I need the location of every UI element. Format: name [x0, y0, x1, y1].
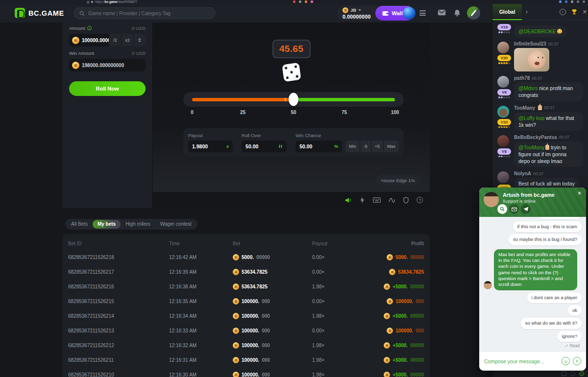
support-avatar-button[interactable] [467, 6, 480, 20]
support-attach-icon[interactable]: + [573, 357, 581, 365]
trends-icon[interactable] [388, 197, 395, 203]
tab-all-bets[interactable]: All Bets [66, 220, 93, 229]
user-avatar[interactable] [497, 42, 509, 53]
tab-my-bets[interactable]: My bets [93, 220, 121, 229]
search-input[interactable]: Game name | Provider | Category Tag [74, 7, 216, 19]
bet-id-cell: 68285367211526213 [68, 328, 169, 333]
chat-tab-global[interactable]: Global [492, 4, 522, 20]
support-search-icon[interactable] [497, 204, 507, 214]
username[interactable]: path7800:37 [514, 75, 583, 81]
user-mention[interactable]: @TooMany [518, 144, 544, 150]
support-telegram-icon[interactable] [521, 204, 531, 214]
extension-icon[interactable] [293, 0, 295, 3]
list-menu-icon[interactable] [419, 10, 426, 16]
chance-button-min[interactable]: Min [345, 141, 360, 152]
swap-icon[interactable] [278, 144, 283, 149]
turbo-icon[interactable] [359, 197, 366, 204]
sphere-avatar[interactable] [403, 7, 416, 20]
time-cell: 12:16:30 AM [169, 372, 233, 377]
win-chance-input[interactable]: 50.00 % [295, 141, 342, 152]
table-row[interactable]: 6828536721152621812:16:42 AMB5000.000000… [62, 250, 430, 264]
user-avatar[interactable] [497, 171, 509, 183]
extension-icon-2[interactable] [311, 0, 313, 3]
tab-wager-contest[interactable]: Wager contest [155, 220, 196, 229]
table-row[interactable]: 6828536721152621612:16:38 AMB53634.78251… [62, 279, 430, 294]
browser-menu-icon[interactable] [583, 0, 585, 3]
jb-coin-icon: B [233, 254, 239, 260]
chat-close-icon[interactable]: ✕ [583, 9, 587, 15]
tab-high-rollers[interactable]: High rollers [121, 220, 155, 229]
roll-now-button[interactable]: Roll Now [69, 81, 146, 96]
user-avatar[interactable] [497, 106, 509, 118]
brand-logo[interactable]: BC.GAME [15, 8, 64, 18]
browser-icon-1[interactable] [559, 0, 562, 3]
browser-icon-2[interactable] [565, 0, 567, 3]
chance-button-5[interactable]: -5 [360, 141, 371, 152]
roll-over-input[interactable]: 50.00 [242, 141, 287, 152]
user-bubble: ok [568, 305, 582, 316]
table-row[interactable]: 6828536721152621712:16:39 AMB53634.78250… [62, 264, 430, 279]
time-cell: 12:16:32 AM [169, 343, 233, 348]
chance-button-5[interactable]: +5 [371, 141, 383, 152]
mail-icon[interactable] [438, 9, 446, 16]
send-icon[interactable] [579, 371, 584, 376]
profit-amount-decimals: 00000 [410, 357, 424, 363]
read-receipt: ✓ Read [484, 343, 582, 348]
user-mention[interactable]: @Luffy kop [518, 115, 544, 121]
support-email-icon[interactable] [509, 204, 519, 214]
chat-rules-icon[interactable]: ! [560, 9, 566, 15]
bets-tab-bar: All BetsMy betsHigh rollersWager contest [65, 219, 197, 230]
double-bet-button[interactable]: x2 [121, 34, 133, 47]
browser-icon-3[interactable] [571, 0, 573, 3]
roll-slider[interactable] [183, 92, 404, 107]
hotkeys-icon[interactable] [373, 197, 381, 203]
help-icon[interactable]: ? [416, 197, 423, 203]
table-row[interactable]: 6828536721152621312:16:33 AMB100000.0000… [62, 323, 430, 338]
emoji-icon[interactable] [570, 371, 575, 376]
table-row[interactable]: 6828536721152621412:16:34 AMB100000.0001… [62, 308, 430, 323]
user-mention[interactable]: @DEADBROKE [518, 28, 556, 34]
balance-display[interactable]: B JB 0.00000000 [343, 7, 370, 20]
half-bet-button[interactable]: /2 [109, 34, 121, 47]
user-avatar[interactable] [497, 76, 509, 88]
chat-image-crying-baby[interactable] [514, 48, 549, 71]
slider-tick-label: 100 [391, 110, 399, 115]
fairness-icon[interactable] [403, 197, 409, 204]
browser-url-bar[interactable]: https://bc.game/dsal/5456877 [87, 0, 138, 4]
support-compose-input[interactable]: Compose your message... [484, 358, 559, 364]
chance-quick-buttons: Min-5+5Max [345, 141, 399, 152]
payout-input[interactable]: 1.9800 x [188, 141, 233, 152]
chance-button-max[interactable]: Max [384, 141, 399, 152]
support-emoji-icon[interactable]: ☺ [562, 357, 570, 365]
jb-coin-icon: B [233, 372, 239, 377]
browser-icon-4[interactable] [577, 0, 579, 3]
trophy-icon[interactable] [571, 9, 578, 15]
amount-stepper[interactable] [133, 34, 146, 47]
table-row[interactable]: 6828536721152621212:16:32 AMB100000.0001… [62, 338, 430, 353]
chevron-down-icon[interactable] [358, 9, 361, 11]
amount-value[interactable]: 100000.000000000 [82, 38, 109, 43]
amount-input[interactable]: B 100000.000000000 /2 x2 [69, 34, 146, 47]
browser-extension-icons[interactable] [293, 0, 313, 3]
bookmark-icon[interactable] [87, 1, 89, 3]
username[interactable]: BeBeBeckyPantss00:37 [514, 135, 583, 140]
table-row[interactable]: 6828536721152621112:16:31 AMB100000.0001… [62, 353, 430, 367]
table-row[interactable]: 6828536721152621012:16:30 AMB100000.0001… [62, 367, 430, 377]
table-row[interactable]: 6828536721152621512:16:35 AMB100000.0000… [62, 294, 430, 308]
username[interactable]: NolynA00:37 [514, 171, 583, 176]
chevron-right-icon[interactable]: › [526, 8, 528, 15]
support-close-icon[interactable]: ✕ [578, 190, 582, 196]
win-amount-input[interactable]: B 198000.000000000 [69, 59, 146, 71]
shield-icon[interactable] [305, 0, 307, 3]
username[interactable]: TooMany00:37 [514, 105, 583, 111]
bell-icon[interactable] [454, 9, 461, 17]
gif-icon[interactable] [562, 371, 566, 376]
history-icon[interactable] [299, 0, 301, 3]
slider-handle[interactable] [289, 93, 298, 106]
sound-icon[interactable] [344, 197, 352, 204]
user-mention[interactable]: @Mdsrs [518, 85, 538, 91]
username[interactable]: InfiniteSoul2300:37 [514, 41, 583, 47]
amount-info-icon[interactable]: i [87, 26, 92, 30]
browser-toolbar-icons[interactable] [559, 0, 585, 3]
user-avatar[interactable] [497, 135, 509, 147]
